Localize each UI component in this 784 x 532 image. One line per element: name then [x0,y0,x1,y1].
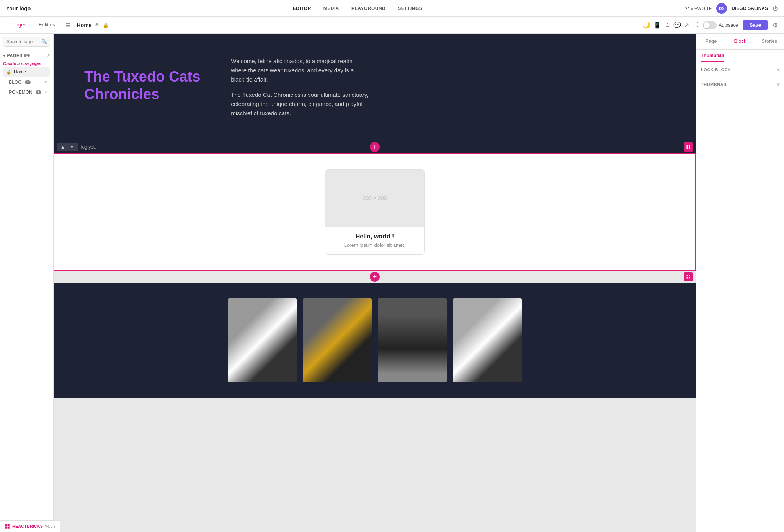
right-section-lock-block: LOCK BLOCK ▾ [696,62,784,77]
search-box: 🔍 [3,37,50,47]
lock-block-header[interactable]: LOCK BLOCK ▾ [701,67,779,72]
pages-header-left: ▾ PAGES 1 [3,53,30,58]
app-logo: Your logo [6,5,31,11]
block-bar-text: log yet. [81,144,96,150]
user-avatar[interactable]: DS [716,3,727,14]
tab-entities[interactable]: Entities [33,17,61,33]
right-tab-page[interactable]: Page [696,34,725,49]
gallery-image-4 [453,298,522,382]
svg-rect-2 [689,145,690,147]
chevron-right-icon: › [6,90,7,95]
desktop-icon[interactable]: 🖥 [664,21,670,29]
lock-icon: 🔒 [6,70,11,75]
footer-bar: REACTBRICKS v4.0.7 [0,520,60,532]
autosave-label: Autosave [719,23,738,28]
pages-section: ▾ PAGES 1 ↗ Create a new page! → 🔒 Home … [0,50,53,98]
sidebar-group-pokemon: › POKEMON 1 ↗ [3,88,50,96]
view-site-button[interactable]: VIEW SITE [684,6,712,11]
tab-pages[interactable]: Pages [6,17,33,33]
nav-link-settings[interactable]: SETTINGS [398,6,422,11]
eye-icon[interactable]: 👁 [95,22,100,28]
pokemon-label: POKEMON [9,90,32,95]
pokemon-export-icon[interactable]: ↗ [43,90,47,95]
svg-rect-3 [687,147,688,149]
block-toolbar-row: ▲ ▼ log yet. + [54,141,696,153]
search-icon: 🔍 [41,39,47,44]
second-bar: Pages Entities ☰ Home 👁 🔒 🌙 📱 🖥 💬 ↗ ⛶ Au… [0,17,784,34]
create-page-button[interactable]: Create a new page! → [3,60,50,67]
pages-header[interactable]: ▾ PAGES 1 ↗ [3,51,50,60]
main-tabs: Pages Entities [6,17,61,33]
page-title-bar: Home 👁 🔒 [77,22,109,28]
pages-label: PAGES [7,53,23,58]
chevron-right-icon: › [6,80,7,85]
export-icon[interactable]: ↗ [46,53,50,58]
sidebar: 🔍 ▾ PAGES 1 ↗ Create a new page! → 🔒 Hom… [0,34,54,532]
autosave-toggle: Autosave [703,21,738,29]
sidebar-item-home[interactable]: 🔒 Home [3,67,50,77]
moon-icon[interactable]: 🌙 [643,21,650,29]
thumbnail-card-body: Hello, world ! Lorem ipsum dolor sit ame… [325,227,424,254]
right-subtab-thumbnail[interactable]: Thumbnail [701,53,724,62]
tablet-icon[interactable]: 📱 [653,21,661,29]
right-tab-stories[interactable]: Stories [755,34,784,49]
move-down-button[interactable]: ▼ [68,144,76,150]
hero-description: Welcome, feline aficionados, to a magica… [231,57,369,118]
right-panel-subtabs: Thumbnail [696,50,784,62]
svg-rect-8 [689,277,690,279]
main-layout: 🔍 ▾ PAGES 1 ↗ Create a new page! → 🔒 Hom… [0,34,784,532]
blog-export-icon[interactable]: ↗ [43,80,47,85]
reactbricks-icon [5,524,10,529]
save-button[interactable]: Save [743,20,768,30]
block-settings-between-button[interactable] [684,272,693,281]
block-settings-top-button[interactable] [684,142,693,152]
expand-icon[interactable]: ⛶ [692,21,698,29]
svg-rect-12 [8,527,10,529]
gallery-block [54,283,696,398]
svg-rect-4 [689,147,690,149]
add-block-between-button[interactable]: + [370,272,380,282]
version-label: v4.0.7 [45,524,56,529]
nav-link-editor[interactable]: EDITOR [293,6,311,11]
settings-icon[interactable]: ⚙ [773,21,778,29]
nav-link-media[interactable]: MEDIA [323,6,339,11]
hero-title: The Tuxedo Cats Chronicles [84,68,200,103]
hero-desc-1: Welcome, feline aficionados, to a magica… [231,57,369,84]
svg-rect-10 [8,524,10,526]
reactbricks-logo: REACTBRICKS [12,524,43,529]
add-block-top-button[interactable]: + [370,142,380,152]
device-icons: 🌙 📱 🖥 💬 ↗ ⛶ [643,21,698,29]
lock-icon[interactable]: 🔒 [103,22,109,28]
blog-label: BLOG [9,80,21,85]
nav-link-playground[interactable]: PLAYGROUND [351,6,385,11]
thumbnail-header[interactable]: THUMBNAIL ▾ [701,82,779,87]
move-up-button[interactable]: ▲ [59,144,67,150]
right-section-thumbnail: THUMBNAIL ▾ [696,77,784,92]
svg-rect-1 [687,145,688,147]
pages-badge: 1 [24,54,30,57]
chat-icon[interactable]: 💬 [673,21,681,29]
top-navbar: Your logo EDITOR MEDIA PLAYGROUND SETTIN… [0,0,784,17]
hero-title-section: The Tuxedo Cats Chronicles [84,68,200,106]
toggle-knob [704,22,710,28]
sidebar-group-blog: › BLOG 1 ↗ [3,78,50,86]
thumbnail-subtitle: Lorem ipsum dolor sit amet. [332,242,418,248]
content-block: 200 × 200 Hello, world ! Lorem ipsum dol… [54,153,696,271]
right-panel: Page Block Stories Thumbnail LOCK BLOCK … [696,34,784,532]
sidebar-group-blog-header[interactable]: › BLOG 1 ↗ [3,78,50,86]
editor-area: The Tuxedo Cats Chronicles Welcome, feli… [54,34,696,532]
pokemon-badge: 1 [36,90,41,94]
thumbnail-chevron: ▾ [777,82,780,87]
right-tab-block[interactable]: Block [725,34,755,49]
page-icons: 👁 🔒 [95,22,109,28]
between-blocks-bar: + [54,271,696,283]
power-icon[interactable]: ⏻ [773,5,778,11]
share-icon[interactable]: ↗ [684,21,689,29]
sidebar-group-pokemon-header[interactable]: › POKEMON 1 ↗ [3,88,50,96]
svg-rect-11 [5,527,7,529]
user-name: DIEGO SALINAS [732,6,768,11]
autosave-switch[interactable] [703,21,717,29]
gallery-image-1 [228,298,297,382]
menu-icon[interactable]: ☰ [66,22,71,28]
top-nav-right: VIEW SITE DS DIEGO SALINAS ⏻ [684,3,778,14]
